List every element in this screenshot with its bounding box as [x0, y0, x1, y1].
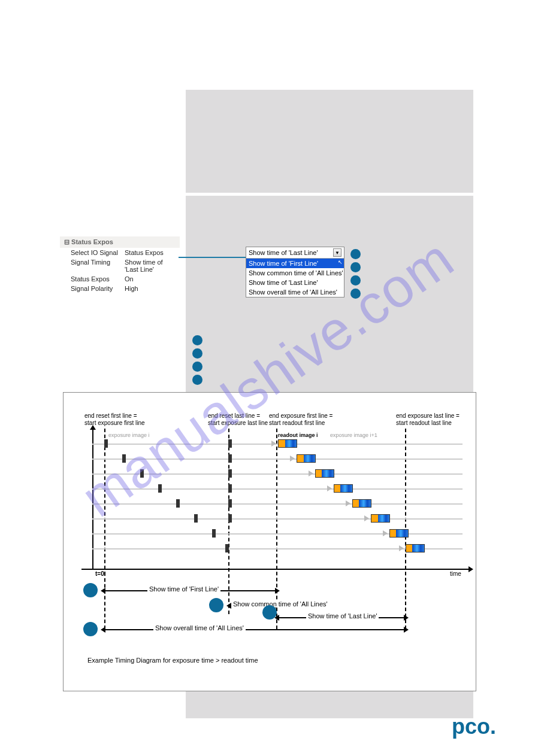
dropdown-selected-text: Show time of 'Last Line'	[249, 249, 333, 256]
timing-diagram: end reset first line =start exposure fir…	[63, 392, 476, 691]
arrow-overall	[104, 629, 405, 630]
region-label-expo-i1: exposure image i+1	[330, 432, 377, 438]
marker-label-2: end reset last line =start exposure last…	[208, 412, 268, 426]
bullet-dot	[192, 348, 202, 359]
marker-label-1: end reset first line =start exposure fir…	[84, 412, 145, 426]
bullet-dot	[192, 362, 202, 372]
panel-val[interactable]: On	[125, 275, 176, 283]
pco-logo: pco.	[452, 714, 496, 739]
bullet-dot	[192, 375, 202, 385]
dropdown-options: Show time of 'First Line'↖ Show common t…	[246, 259, 344, 297]
panel-val[interactable]: Status Expos	[125, 249, 176, 256]
panel-key: Status Expos	[71, 275, 125, 283]
dashed-marker	[104, 429, 105, 575]
panel-header[interactable]: ⊟ Status Expos	[60, 236, 180, 248]
panel-title: Status Expos	[71, 238, 113, 245]
diagram-caption: Example Timing Diagram for exposure time…	[87, 657, 258, 664]
dashed-marker	[104, 572, 105, 629]
panel-val[interactable]: High	[125, 285, 176, 292]
dropdown-option[interactable]: Show time of 'First Line'↖	[246, 259, 344, 268]
t0-label: t=0	[95, 570, 104, 577]
bullet-dot	[350, 262, 361, 272]
arrow-overall-label: Show overall time of 'All Lines'	[153, 624, 246, 631]
dropdown-option[interactable]: Show overall time of 'All Lines'	[246, 287, 344, 297]
y-axis	[92, 429, 93, 569]
dropdown-option[interactable]: Show common time of 'All Lines'	[246, 268, 344, 278]
status-expos-panel: ⊟ Status Expos Select IO SignalStatus Ex…	[60, 236, 180, 293]
page: manualshive.com ⊟ Status Expos Select IO…	[0, 0, 535, 756]
marker-label-3: end exposure first line =start readout f…	[269, 412, 333, 426]
bullet-dot	[192, 335, 202, 345]
bullet-dot	[350, 249, 361, 259]
panel-key: Select IO Signal	[71, 249, 125, 256]
dropdown-option[interactable]: Show time of 'Last Line'	[246, 278, 344, 287]
arrow-last-line-label: Show time of 'Last Line'	[306, 612, 379, 620]
bullet-dot	[350, 275, 361, 286]
dropdown-selected[interactable]: Show time of 'Last Line' ▼	[246, 247, 344, 259]
arrow-first-line-label: Show time of 'First Line'	[147, 585, 220, 593]
x-axis	[81, 569, 470, 570]
panel-key: Signal Polarity	[71, 285, 125, 292]
region-label-expo-i: exposure image i	[108, 432, 150, 438]
collapse-icon[interactable]: ⊟	[64, 238, 69, 246]
region-label-readout: readout image i	[278, 432, 318, 438]
column-gap	[186, 193, 473, 196]
arrow-dot-2	[209, 598, 223, 612]
cursor-icon: ↖	[338, 259, 343, 265]
time-label: time	[450, 570, 461, 577]
bullet-group-1	[350, 249, 361, 302]
arrow-dot-4	[83, 622, 98, 636]
bullet-dot	[350, 289, 361, 299]
panel-key: Signal Timing	[71, 259, 125, 273]
arrow-dot-1	[83, 583, 98, 597]
arrow-common-label: Show common time of 'All Lines'	[231, 600, 330, 608]
signal-timing-dropdown[interactable]: Show time of 'Last Line' ▼ Show time of …	[246, 247, 344, 297]
panel-val[interactable]: Show time of 'Last Line'	[125, 259, 176, 273]
marker-label-4: end exposure last line =start readout la…	[396, 412, 460, 426]
bullet-group-2	[192, 335, 202, 388]
chevron-down-icon[interactable]: ▼	[333, 248, 341, 257]
arrow-dot-3	[262, 605, 277, 620]
callout-connector	[179, 257, 246, 258]
